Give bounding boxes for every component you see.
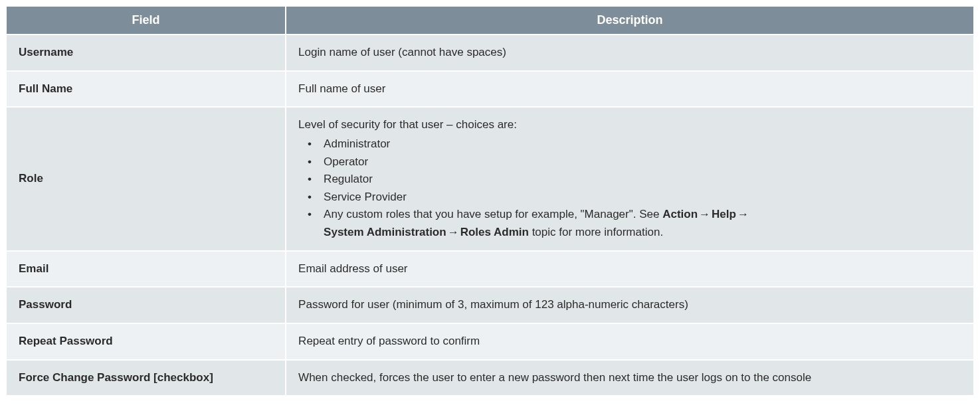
- list-item: Operator: [298, 154, 961, 171]
- table-row: Force Change Password [checkbox] When ch…: [5, 361, 975, 397]
- field-description: When checked, forces the user to enter a…: [286, 361, 975, 397]
- field-description: Repeat entry of password to confirm: [286, 324, 975, 361]
- table-header-row: Field Description: [5, 5, 975, 35]
- field-name: Email: [5, 252, 286, 288]
- nav-path-segment: Roles Admin: [460, 226, 529, 238]
- nav-path-segment: Action: [662, 208, 698, 220]
- field-description: Level of security for that user – choice…: [286, 108, 975, 251]
- table-row: Full Name Full name of user: [5, 72, 975, 108]
- role-choice-list: Administrator Operator Regulator Service…: [298, 136, 961, 223]
- list-item: Regulator: [298, 171, 961, 188]
- custom-role-prefix: Any custom roles that you have setup for…: [324, 208, 662, 220]
- arrow-right-icon: →: [446, 226, 460, 238]
- table-row: Email Email address of user: [5, 252, 975, 288]
- nav-path-segment: System Administration: [324, 226, 446, 238]
- field-description-table: Field Description Username Login name of…: [5, 5, 975, 396]
- list-item: Administrator: [298, 136, 961, 153]
- field-name: Force Change Password [checkbox]: [5, 361, 286, 397]
- custom-role-continuation: System Administration→Roles Admin topic …: [298, 224, 961, 241]
- table-row: Password Password for user (minimum of 3…: [5, 288, 975, 324]
- table-row: Username Login name of user (cannot have…: [5, 35, 975, 72]
- nav-path-segment: Help: [712, 208, 736, 220]
- field-description: Login name of user (cannot have spaces): [286, 35, 975, 72]
- table-row: Repeat Password Repeat entry of password…: [5, 324, 975, 361]
- field-name: Password: [5, 288, 286, 324]
- field-name: Role: [5, 108, 286, 251]
- field-name: Username: [5, 35, 286, 72]
- field-name: Repeat Password: [5, 324, 286, 361]
- arrow-right-icon: →: [736, 208, 750, 220]
- field-description: Full name of user: [286, 72, 975, 108]
- list-item: Service Provider: [298, 189, 961, 206]
- list-item: Any custom roles that you have setup for…: [298, 206, 961, 223]
- arrow-right-icon: →: [698, 208, 712, 220]
- header-field: Field: [5, 5, 286, 35]
- field-description: Password for user (minimum of 3, maximum…: [286, 288, 975, 324]
- field-name: Full Name: [5, 72, 286, 108]
- role-lead-text: Level of security for that user – choice…: [298, 118, 517, 131]
- custom-role-suffix: topic for more information.: [529, 226, 663, 238]
- table-row: Role Level of security for that user – c…: [5, 108, 975, 251]
- field-description: Email address of user: [286, 252, 975, 288]
- header-description: Description: [286, 5, 975, 35]
